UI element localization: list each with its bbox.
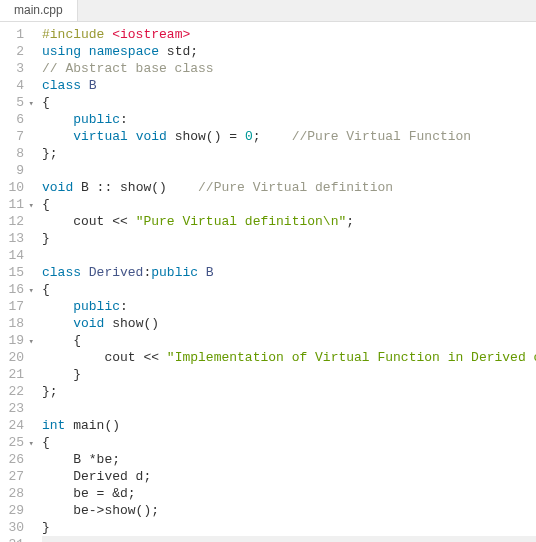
code-line <box>42 162 536 179</box>
code-line: be = &d; <box>42 485 536 502</box>
code-line <box>42 400 536 417</box>
code-line: int main() <box>42 417 536 434</box>
line-number: 4 <box>0 77 24 94</box>
fold-icon[interactable]: ▾ <box>29 334 34 351</box>
code-line: { <box>42 332 536 349</box>
line-number: 25▾ <box>0 434 24 451</box>
line-number: 26 <box>0 451 24 468</box>
line-number: 18 <box>0 315 24 332</box>
code-line: virtual void show() = 0; //Pure Virtual … <box>42 128 536 145</box>
line-number: 21 <box>0 366 24 383</box>
line-number: 1 <box>0 26 24 43</box>
line-number: 20 <box>0 349 24 366</box>
line-number: 13 <box>0 230 24 247</box>
code-line: { <box>42 434 536 451</box>
line-number: 27 <box>0 468 24 485</box>
code-line: #include <iostream> <box>42 26 536 43</box>
fold-icon[interactable]: ▾ <box>29 198 34 215</box>
line-number: 30 <box>0 519 24 536</box>
line-number: 8 <box>0 145 24 162</box>
line-number: 12 <box>0 213 24 230</box>
code-line: be->show(); <box>42 502 536 519</box>
fold-icon[interactable]: ▾ <box>29 436 34 453</box>
line-number: 3 <box>0 60 24 77</box>
line-number: 5▾ <box>0 94 24 111</box>
line-number: 2 <box>0 43 24 60</box>
line-number: 29 <box>0 502 24 519</box>
code-line: void B :: show() //Pure Virtual definiti… <box>42 179 536 196</box>
code-line: } <box>42 366 536 383</box>
line-number: 7 <box>0 128 24 145</box>
code-line: { <box>42 196 536 213</box>
code-line <box>42 536 536 542</box>
line-number: 14 <box>0 247 24 264</box>
line-number: 31 <box>0 536 24 542</box>
code-area[interactable]: #include <iostream> using namespace std;… <box>30 22 536 542</box>
code-line <box>42 247 536 264</box>
line-gutter: 1 2 3 4 5▾ 6 7 8 9 10 11▾ 12 13 14 15 16… <box>0 22 30 542</box>
code-line: B *be; <box>42 451 536 468</box>
line-number: 10 <box>0 179 24 196</box>
line-number: 9 <box>0 162 24 179</box>
line-number: 19▾ <box>0 332 24 349</box>
code-line: } <box>42 230 536 247</box>
line-number: 15 <box>0 264 24 281</box>
code-editor[interactable]: 1 2 3 4 5▾ 6 7 8 9 10 11▾ 12 13 14 15 16… <box>0 22 536 542</box>
line-number: 11▾ <box>0 196 24 213</box>
code-line: public: <box>42 111 536 128</box>
code-line: cout << "Pure Virtual definition\n"; <box>42 213 536 230</box>
code-line: class B <box>42 77 536 94</box>
code-line: }; <box>42 145 536 162</box>
line-number: 16▾ <box>0 281 24 298</box>
fold-icon[interactable]: ▾ <box>29 96 34 113</box>
code-line: cout << "Implementation of Virtual Funct… <box>42 349 536 366</box>
line-number: 22 <box>0 383 24 400</box>
line-number: 24 <box>0 417 24 434</box>
code-line: using namespace std; <box>42 43 536 60</box>
line-number: 6 <box>0 111 24 128</box>
code-line: }; <box>42 383 536 400</box>
code-line: public: <box>42 298 536 315</box>
line-number: 23 <box>0 400 24 417</box>
line-number: 17 <box>0 298 24 315</box>
code-line: class Derived:public B <box>42 264 536 281</box>
code-line: void show() <box>42 315 536 332</box>
fold-icon[interactable]: ▾ <box>29 283 34 300</box>
tab-bar: main.cpp <box>0 0 536 22</box>
code-line: Derived d; <box>42 468 536 485</box>
code-line: { <box>42 281 536 298</box>
code-line: { <box>42 94 536 111</box>
code-line: } <box>42 519 536 536</box>
line-number: 28 <box>0 485 24 502</box>
tab-main-cpp[interactable]: main.cpp <box>0 0 78 21</box>
code-line: // Abstract base class <box>42 60 536 77</box>
